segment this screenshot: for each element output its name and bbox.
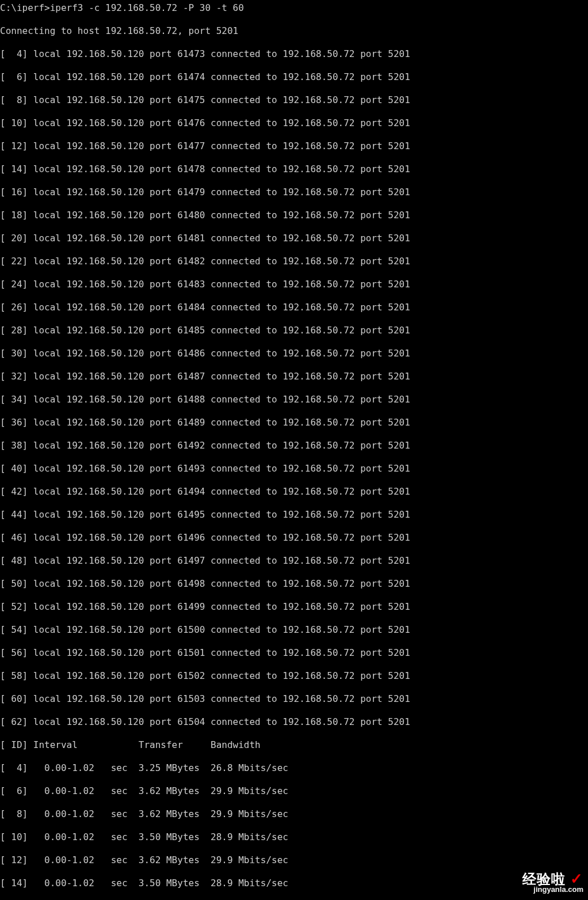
connection-line: [ 52] local 192.168.50.120 port 61499 co… (0, 601, 588, 613)
connection-line: [ 26] local 192.168.50.120 port 61484 co… (0, 302, 588, 313)
stats-row: [ 10] 0.00-1.02 sec 3.50 MBytes 28.9 Mbi… (0, 831, 588, 843)
connection-line: [ 42] local 192.168.50.120 port 61494 co… (0, 486, 588, 498)
stats-row: [ 4] 0.00-1.02 sec 3.25 MBytes 26.8 Mbit… (0, 762, 588, 774)
connection-line: [ 32] local 192.168.50.120 port 61487 co… (0, 371, 588, 382)
connection-line: [ 18] local 192.168.50.120 port 61480 co… (0, 210, 588, 221)
connection-line: [ 6] local 192.168.50.120 port 61474 con… (0, 71, 588, 83)
connection-line: [ 54] local 192.168.50.120 port 61500 co… (0, 624, 588, 636)
connection-line: [ 22] local 192.168.50.120 port 61482 co… (0, 256, 588, 267)
connecting-line: Connecting to host 192.168.50.72, port 5… (0, 25, 588, 37)
connection-line: [ 34] local 192.168.50.120 port 61488 co… (0, 394, 588, 405)
stats-row: [ 14] 0.00-1.02 sec 3.50 MBytes 28.9 Mbi… (0, 878, 588, 889)
connection-line: [ 40] local 192.168.50.120 port 61493 co… (0, 463, 588, 474)
connection-line: [ 10] local 192.168.50.120 port 61476 co… (0, 117, 588, 129)
connection-line: [ 36] local 192.168.50.120 port 61489 co… (0, 417, 588, 428)
connection-line: [ 56] local 192.168.50.120 port 61501 co… (0, 647, 588, 659)
connection-line: [ 62] local 192.168.50.120 port 61504 co… (0, 716, 588, 728)
connection-line: [ 20] local 192.168.50.120 port 61481 co… (0, 233, 588, 244)
connection-line: [ 12] local 192.168.50.120 port 61477 co… (0, 140, 588, 152)
command-line: C:\iperf>iperf3 -c 192.168.50.72 -P 30 -… (0, 2, 588, 14)
terminal-output[interactable]: C:\iperf>iperf3 -c 192.168.50.72 -P 30 -… (0, 0, 588, 900)
connection-line: [ 44] local 192.168.50.120 port 61495 co… (0, 509, 588, 521)
stats-row: [ 12] 0.00-1.02 sec 3.62 MBytes 29.9 Mbi… (0, 855, 588, 866)
connection-line: [ 38] local 192.168.50.120 port 61492 co… (0, 440, 588, 451)
stats-header: [ ID] Interval Transfer Bandwidth (0, 739, 588, 751)
connection-line: [ 4] local 192.168.50.120 port 61473 con… (0, 48, 588, 60)
connection-line: [ 58] local 192.168.50.120 port 61502 co… (0, 670, 588, 682)
connection-line: [ 46] local 192.168.50.120 port 61496 co… (0, 532, 588, 544)
connection-line: [ 8] local 192.168.50.120 port 61475 con… (0, 94, 588, 106)
connection-line: [ 24] local 192.168.50.120 port 61483 co… (0, 279, 588, 290)
connection-line: [ 48] local 192.168.50.120 port 61497 co… (0, 555, 588, 567)
connection-line: [ 50] local 192.168.50.120 port 61498 co… (0, 578, 588, 590)
stats-row: [ 6] 0.00-1.02 sec 3.62 MBytes 29.9 Mbit… (0, 785, 588, 797)
connection-line: [ 60] local 192.168.50.120 port 61503 co… (0, 693, 588, 705)
connection-line: [ 16] local 192.168.50.120 port 61479 co… (0, 187, 588, 198)
connection-line: [ 30] local 192.168.50.120 port 61486 co… (0, 348, 588, 359)
connection-line: [ 28] local 192.168.50.120 port 61485 co… (0, 325, 588, 336)
connection-line: [ 14] local 192.168.50.120 port 61478 co… (0, 164, 588, 175)
stats-row: [ 8] 0.00-1.02 sec 3.62 MBytes 29.9 Mbit… (0, 808, 588, 820)
watermark: 经验啦 ✓ jingyanla.com (522, 873, 583, 895)
